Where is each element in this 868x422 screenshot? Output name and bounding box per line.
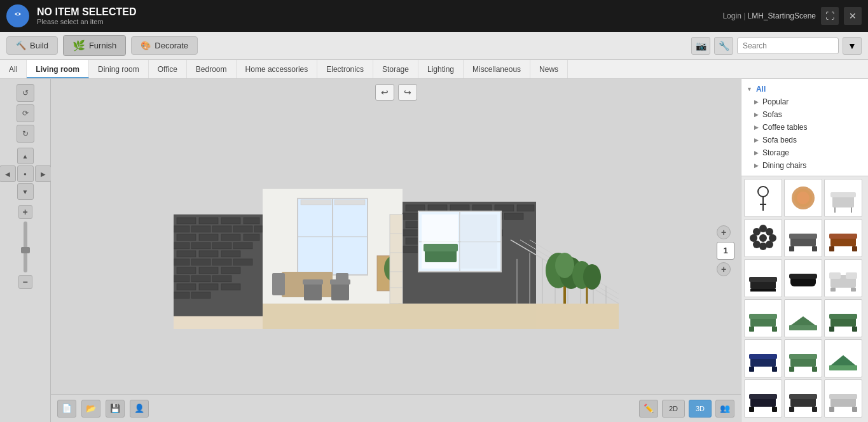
svg-rect-11 <box>233 225 252 232</box>
tree-item-coffee-tables[interactable]: ▶Coffee tables <box>741 121 868 134</box>
nav-up-button[interactable]: ▲ <box>17 148 34 164</box>
svg-rect-179 <box>789 394 817 399</box>
tree-item-sofa-beds[interactable]: ▶Sofa beds <box>741 134 868 146</box>
svg-rect-38 <box>191 292 210 298</box>
furniture-item[interactable] <box>784 179 822 217</box>
camera-button[interactable]: 📷 <box>691 37 710 55</box>
category-tab-storage[interactable]: Storage <box>373 60 418 78</box>
furniture-row <box>744 299 865 337</box>
furniture-item[interactable] <box>824 219 862 257</box>
nav-empty-tl <box>0 148 16 164</box>
category-tab-all[interactable]: All <box>0 60 27 78</box>
zoom-out-button[interactable]: − <box>18 275 32 289</box>
furniture-item[interactable] <box>744 299 782 337</box>
nav-down-button[interactable]: ▼ <box>17 183 34 200</box>
furniture-item[interactable] <box>824 379 862 418</box>
save-button[interactable]: 💾 <box>106 400 125 418</box>
viewport[interactable]: ↩ ↪ <box>51 79 741 422</box>
tree-arrow-icon: ▶ <box>754 124 759 130</box>
tree-item-dining-chairs[interactable]: ▶Dining chairs <box>741 159 868 172</box>
svg-rect-161 <box>829 314 857 319</box>
category-tab-bedroom[interactable]: Bedroom <box>187 60 237 78</box>
fullscreen-button[interactable]: ⛶ <box>821 7 839 25</box>
furniture-item[interactable] <box>784 379 822 418</box>
nav-right-button[interactable]: ▶ <box>35 165 52 182</box>
add-floor-top-button[interactable]: + <box>717 225 731 239</box>
search-dropdown-button[interactable]: ▼ <box>843 37 862 55</box>
tree-item-all[interactable]: ▼All <box>741 83 868 95</box>
category-tab-electronics[interactable]: Electronics <box>317 60 373 78</box>
category-tab-living-room[interactable]: Living room <box>27 60 89 78</box>
svg-point-135 <box>766 241 773 248</box>
furniture-item[interactable] <box>744 379 782 418</box>
tree-item-label: All <box>756 85 766 94</box>
furniture-item[interactable] <box>744 179 782 217</box>
settings-button[interactable]: 🔧 <box>714 37 733 55</box>
svg-rect-171 <box>812 367 817 372</box>
svg-rect-29 <box>199 267 218 273</box>
nav-empty-br <box>35 183 52 200</box>
view-2d-button[interactable]: 2D <box>662 400 685 418</box>
reset-button[interactable]: ⟳ <box>17 104 34 122</box>
category-tab-news[interactable]: News <box>530 60 568 78</box>
furniture-item[interactable] <box>784 259 822 297</box>
furniture-item[interactable] <box>824 179 862 217</box>
svg-marker-116 <box>536 303 619 328</box>
close-button[interactable]: ✕ <box>844 7 862 25</box>
build-label: Build <box>30 41 48 50</box>
new-button[interactable]: 📄 <box>57 400 76 418</box>
tree-item-storage[interactable]: ▶Storage <box>741 146 868 159</box>
category-tab-office[interactable]: Office <box>149 60 187 78</box>
redo-button[interactable]: ↪ <box>398 84 417 101</box>
svg-rect-175 <box>749 394 777 399</box>
furniture-item[interactable] <box>744 259 782 297</box>
furniture-item[interactable] <box>824 259 862 297</box>
svg-rect-21 <box>177 250 196 257</box>
view-3d-button[interactable]: 3D <box>689 400 712 418</box>
tree-arrow-icon: ▶ <box>754 137 759 143</box>
rotate-right-button[interactable]: ↻ <box>17 125 34 143</box>
add-floor-bottom-button[interactable]: + <box>717 262 731 276</box>
svg-rect-17 <box>174 242 189 248</box>
furniture-item[interactable] <box>824 299 862 337</box>
people-button[interactable]: 👥 <box>715 400 734 418</box>
svg-rect-151 <box>846 272 857 279</box>
decorate-button[interactable]: 🎨 Decorate <box>131 36 198 55</box>
rotate-left-button[interactable]: ↺ <box>17 84 34 102</box>
toolbar: 🔨 Build 🌿 Furnish 🎨 Decorate 📷 🔧 ▼ <box>0 32 868 60</box>
zoom-track[interactable] <box>24 222 27 272</box>
category-tab-home-accessories[interactable]: Home accessories <box>237 60 318 78</box>
edit-tool-button[interactable]: ✏️ <box>639 400 658 418</box>
category-tab-lighting[interactable]: Lighting <box>418 60 464 78</box>
build-button[interactable]: 🔨 Build <box>6 36 58 55</box>
category-tab-miscellaneous[interactable]: Miscellaneous <box>464 60 530 78</box>
svg-rect-77 <box>403 246 418 252</box>
svg-rect-183 <box>829 394 857 399</box>
right-panel: ▼All▶Popular▶Sofas▶Coffee tables▶Sofa be… <box>741 79 868 422</box>
nav-center-button[interactable]: ● <box>17 165 34 182</box>
svg-marker-158 <box>789 316 817 327</box>
tree-item-popular[interactable]: ▶Popular <box>741 95 868 108</box>
search-input[interactable] <box>737 38 839 54</box>
furnish-button[interactable]: 🌿 Furnish <box>63 35 126 56</box>
login-link[interactable]: Login <box>722 11 741 20</box>
furniture-item[interactable] <box>744 219 782 257</box>
open-button[interactable]: 📂 <box>81 400 100 418</box>
zoom-thumb[interactable] <box>21 247 30 253</box>
furniture-item[interactable] <box>784 219 822 257</box>
share-button[interactable]: 👤 <box>130 400 149 418</box>
svg-rect-14 <box>199 234 218 240</box>
furniture-item[interactable] <box>784 299 822 337</box>
nav-left-button[interactable]: ◀ <box>0 165 16 182</box>
zoom-in-button[interactable]: + <box>18 205 32 219</box>
undo-button[interactable]: ↩ <box>375 84 394 101</box>
svg-rect-56 <box>472 204 492 211</box>
category-tab-dining-room[interactable]: Dining room <box>89 60 149 78</box>
tree-item-sofas[interactable]: ▶Sofas <box>741 108 868 121</box>
furniture-item[interactable] <box>744 339 782 377</box>
svg-rect-185 <box>852 407 857 412</box>
header: NO ITEM SELECTED Please select an item L… <box>0 0 868 32</box>
svg-rect-33 <box>212 275 231 281</box>
furniture-item[interactable] <box>784 339 822 377</box>
furniture-item[interactable] <box>824 339 862 377</box>
